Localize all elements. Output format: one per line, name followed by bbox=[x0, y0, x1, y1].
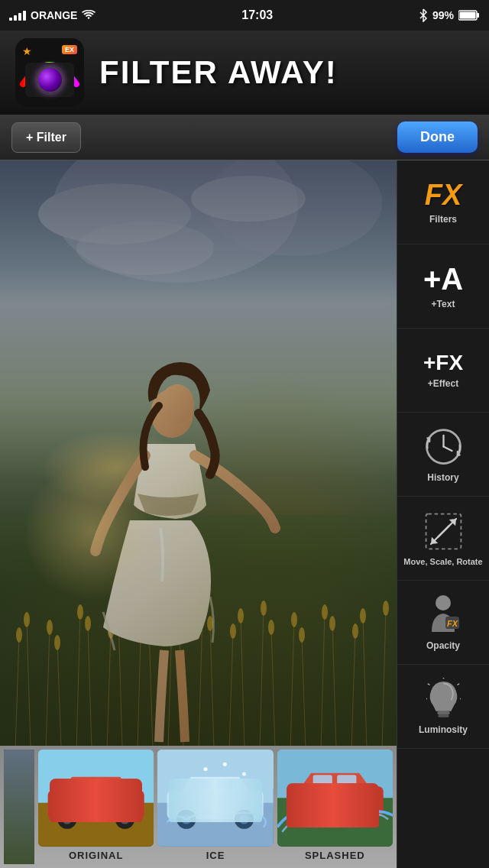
status-bar: ORANGE 17:03 99% bbox=[0, 0, 489, 31]
filter-strip: ORIGINAL bbox=[0, 746, 397, 868]
signal-bar-4 bbox=[23, 11, 26, 21]
wifi-icon bbox=[82, 10, 96, 21]
filter-thumb-partial[interactable] bbox=[4, 750, 34, 864]
svg-point-74 bbox=[204, 767, 208, 771]
plus-fx-icon: +FX bbox=[423, 352, 463, 374]
app-header: EX ★ FILTER AWAY! bbox=[0, 31, 489, 115]
svg-line-92 bbox=[443, 447, 452, 452]
svg-point-76 bbox=[242, 772, 246, 776]
luminosity-label: Luminosity bbox=[419, 724, 468, 735]
svg-point-73 bbox=[240, 815, 250, 824]
svg-rect-58 bbox=[74, 779, 93, 789]
signal-bar-1 bbox=[9, 18, 12, 21]
sidebar-item-filters[interactable]: FX Filters bbox=[397, 160, 489, 245]
photo-area: ORIGINAL bbox=[0, 160, 397, 868]
toolbar: + Filter Done bbox=[0, 115, 489, 160]
filter-thumb-ice[interactable]: ICE bbox=[157, 750, 273, 864]
sidebar: FX Filters +A +Text +FX +Effect bbox=[397, 160, 489, 868]
sidebar-item-effect[interactable]: +FX +Effect bbox=[397, 329, 489, 413]
svg-point-84 bbox=[301, 811, 311, 821]
svg-point-85 bbox=[359, 811, 369, 821]
battery-icon bbox=[458, 9, 480, 21]
bluetooth-icon bbox=[419, 8, 428, 22]
svg-text:FX: FX bbox=[447, 619, 458, 628]
text-label: +Text bbox=[432, 299, 455, 309]
plus-a-icon: +A bbox=[423, 264, 463, 294]
svg-point-75 bbox=[223, 763, 227, 766]
filter-thumb-original[interactable]: ORIGINAL bbox=[38, 750, 154, 864]
svg-rect-68 bbox=[193, 779, 212, 789]
main-area: ORIGINAL bbox=[0, 160, 489, 868]
svg-point-71 bbox=[235, 810, 254, 829]
svg-line-105 bbox=[427, 684, 429, 685]
sidebar-item-opacity[interactable]: FX Opacity bbox=[397, 581, 489, 665]
svg-rect-2 bbox=[460, 12, 476, 19]
carrier-label: ORANGE bbox=[31, 9, 77, 21]
fx-icon: FX bbox=[425, 180, 462, 209]
partial-thumb-img bbox=[4, 750, 34, 864]
svg-point-70 bbox=[177, 810, 196, 829]
luminosity-svg bbox=[426, 678, 461, 720]
svg-point-88 bbox=[351, 800, 358, 806]
svg-rect-81 bbox=[337, 775, 356, 785]
svg-point-61 bbox=[115, 810, 134, 829]
history-svg bbox=[423, 426, 465, 468]
svg-rect-102 bbox=[438, 714, 449, 717]
sidebar-item-text[interactable]: +A +Text bbox=[397, 245, 489, 329]
svg-point-98 bbox=[436, 595, 451, 611]
signal-bar-2 bbox=[14, 15, 17, 21]
original-car-svg bbox=[38, 750, 154, 847]
svg-rect-59 bbox=[98, 779, 117, 789]
effect-label: +Effect bbox=[428, 378, 458, 389]
svg-rect-66 bbox=[157, 750, 273, 846]
svg-rect-55 bbox=[38, 750, 154, 802]
opacity-svg: FX bbox=[424, 594, 462, 636]
ice-car-svg bbox=[157, 750, 273, 847]
svg-rect-57 bbox=[48, 790, 144, 819]
svg-point-82 bbox=[296, 806, 316, 825]
svg-rect-79 bbox=[287, 786, 383, 815]
done-button[interactable]: Done bbox=[397, 121, 478, 153]
original-label: ORIGINAL bbox=[69, 847, 124, 864]
history-icon bbox=[423, 426, 465, 468]
svg-point-89 bbox=[371, 804, 375, 808]
battery-label: 99% bbox=[432, 9, 454, 21]
sidebar-item-luminosity[interactable]: Luminosity bbox=[397, 665, 489, 749]
add-filter-button[interactable]: + Filter bbox=[11, 122, 81, 153]
svg-rect-56 bbox=[38, 803, 154, 847]
luminosity-icon bbox=[426, 678, 461, 720]
filters-label: Filters bbox=[429, 214, 457, 225]
svg-rect-69 bbox=[218, 779, 237, 789]
move-scale-svg bbox=[423, 510, 465, 552]
ice-thumb-img bbox=[157, 750, 273, 847]
opacity-label: Opacity bbox=[426, 640, 460, 651]
splashed-label: SPLASHED bbox=[305, 847, 365, 864]
status-right: 99% bbox=[419, 8, 480, 22]
app-icon: EX ★ bbox=[15, 38, 84, 107]
svg-rect-67 bbox=[167, 790, 264, 819]
svg-point-87 bbox=[323, 798, 327, 802]
svg-rect-78 bbox=[277, 798, 393, 847]
svg-point-83 bbox=[355, 806, 374, 825]
svg-rect-1 bbox=[477, 13, 479, 18]
history-label: History bbox=[427, 472, 458, 483]
filter-thumb-splashed[interactable]: SPLASHED bbox=[277, 750, 393, 864]
svg-line-104 bbox=[457, 684, 459, 685]
ice-label: ICE bbox=[206, 847, 225, 864]
svg-rect-80 bbox=[313, 775, 332, 785]
original-thumb-img bbox=[38, 750, 154, 847]
app-title: FILTER AWAY! bbox=[99, 54, 338, 91]
svg-point-63 bbox=[120, 815, 130, 824]
sidebar-item-move-scale-rotate[interactable]: Move, Scale, Rotate bbox=[397, 497, 489, 581]
svg-point-86 bbox=[293, 805, 300, 811]
splashed-thumb-img bbox=[277, 750, 393, 847]
opacity-icon: FX bbox=[424, 594, 462, 636]
sidebar-item-history[interactable]: History bbox=[397, 413, 489, 497]
status-time: 17:03 bbox=[241, 8, 273, 22]
move-scale-rotate-icon bbox=[423, 510, 465, 552]
svg-rect-101 bbox=[437, 711, 449, 715]
signal-bars bbox=[9, 11, 26, 21]
splashed-car-svg bbox=[277, 750, 393, 847]
signal-bar-3 bbox=[18, 13, 21, 21]
svg-point-60 bbox=[57, 810, 76, 829]
